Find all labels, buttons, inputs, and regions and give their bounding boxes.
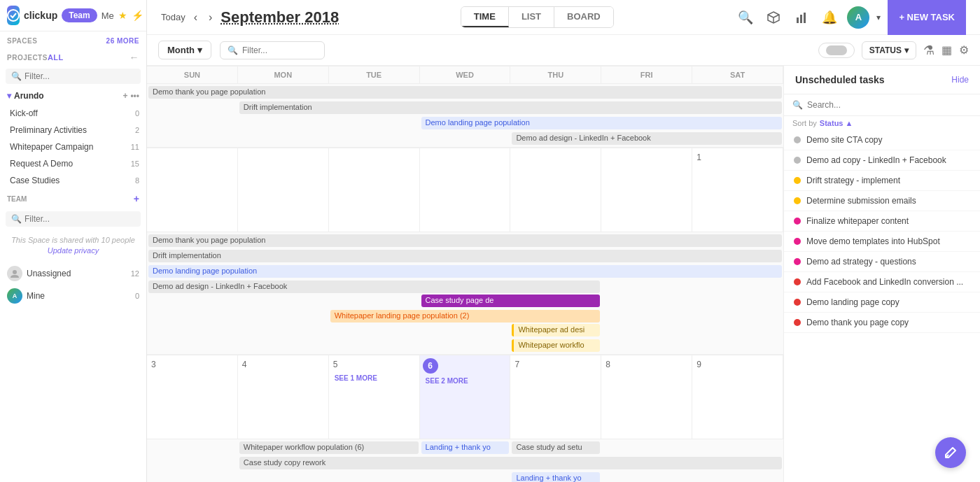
event-drift-impl[interactable]: Drift implementation	[239, 101, 782, 114]
sort-value[interactable]: Status ▲	[820, 119, 853, 127]
day-num-3: 3	[150, 358, 234, 371]
event-demo-landing-pop[interactable]: Demo landing page population	[421, 117, 782, 129]
event-w3-land-ty[interactable]: Landing + thank yo	[421, 441, 510, 454]
task-item-2[interactable]: Drift strategy - implement	[784, 171, 980, 191]
task-item-8[interactable]: Demo landing page copy	[784, 292, 980, 313]
task-item-9[interactable]: Demo thank you page copy	[784, 313, 980, 333]
event-w2-wp-landing[interactable]: Whitepaper landing page population (2)	[330, 310, 601, 322]
star-icon: ★	[118, 10, 127, 21]
spaces-more[interactable]: 26 more	[106, 37, 139, 45]
project-item-whitepaper[interactable]: Whitepaper Campaign 11	[0, 139, 146, 155]
new-task-button[interactable]: + NEW TASK	[888, 0, 966, 35]
project-item-preliminary[interactable]: Preliminary Activities 2	[0, 122, 146, 139]
cal-filter-icon: 🔍	[227, 45, 238, 55]
event-w3-case-ad[interactable]: Case study ad setu	[512, 441, 600, 454]
search-button[interactable]: 🔍	[735, 7, 756, 28]
event-w2-drift[interactable]: Drift implementation	[148, 250, 782, 262]
user-menu-arrow[interactable]: ▾	[876, 13, 881, 22]
task-item-7[interactable]: Add Facebook and LinkedIn conversion ...	[784, 272, 980, 292]
collapse-icon[interactable]: ←	[130, 52, 140, 63]
unscheduled-search: 🔍	[784, 94, 980, 116]
task-item-3[interactable]: Determine submission emails	[784, 191, 980, 211]
user-item-mine[interactable]: A Mine 0	[0, 285, 146, 307]
event-w2-case-study[interactable]: Case study page de	[421, 295, 601, 307]
me-link[interactable]: Me	[102, 10, 114, 21]
project-item-demo[interactable]: Request A Demo 15	[0, 155, 146, 172]
settings-icon[interactable]: ⚙	[959, 43, 969, 57]
task-item-6[interactable]: Demo ad strategy - questions	[784, 252, 980, 272]
task-item-4[interactable]: Finalize whitepaper content	[784, 211, 980, 232]
team-button[interactable]: Team	[62, 8, 97, 22]
cell-sep6: 6 SEE 2 MORE	[420, 355, 511, 439]
cell-sep7: 7	[510, 355, 601, 439]
day-num-6: 6	[423, 358, 438, 374]
task-item-0[interactable]: Demo site CTA copy	[784, 130, 980, 150]
cell-sep1: 1	[692, 148, 783, 232]
logo-icon	[7, 6, 20, 25]
project-item-casestudies[interactable]: Case Studies 8	[0, 172, 146, 189]
task-label-9: Demo thank you page copy	[806, 318, 909, 327]
unscheduled-search-input[interactable]	[807, 100, 972, 110]
week3-span-row3: Landing + thank yo Demo ad setup - Li	[147, 472, 783, 482]
month-label: Month	[167, 45, 195, 55]
tab-time[interactable]: TIME	[461, 7, 509, 27]
task-dot-6	[794, 258, 801, 265]
cal-filter-input[interactable]	[242, 45, 317, 55]
cell-aug30	[510, 148, 601, 232]
task-item-1[interactable]: Demo ad copy - LinkedIn + Facebook	[784, 150, 980, 171]
event-w2-wp-wf[interactable]: Whitepaper workflo	[512, 339, 600, 352]
notification-icon[interactable]: 🔔	[819, 7, 840, 28]
month-selector[interactable]: Month ▾	[158, 41, 211, 59]
task-dot-5	[794, 238, 801, 245]
update-privacy-link[interactable]: Update privacy	[48, 246, 99, 255]
tab-board[interactable]: BOARD	[554, 7, 613, 27]
chart-icon[interactable]	[791, 7, 812, 28]
see2-more[interactable]: SEE 2 MORE	[423, 376, 507, 385]
toggle-control[interactable]	[818, 43, 855, 58]
layout-icon[interactable]: ▦	[941, 43, 952, 57]
user-avatar-header[interactable]: A	[847, 6, 869, 29]
week1-span-row3: Demo landing page population	[147, 116, 783, 130]
event-w2-ad[interactable]: Demo ad design - LinkedIn + Facebook	[148, 281, 600, 293]
task-label-6: Demo ad strategy - questions	[806, 257, 916, 267]
cell-aug26	[147, 148, 238, 232]
add-project-icon[interactable]: +	[122, 91, 127, 101]
tab-list[interactable]: LIST	[509, 7, 554, 27]
today-button[interactable]: Today	[161, 12, 186, 22]
event-w3-wp-wf[interactable]: Whitepaper workflow population (6)	[239, 441, 419, 454]
week2-event-wp-wf: Whitepaper workflo	[510, 339, 601, 353]
see1-more[interactable]: SEE 1 MORE	[332, 374, 416, 383]
projects-label: PROJECTS	[7, 54, 48, 62]
task-item-5[interactable]: Move demo templates into HubSpot	[784, 232, 980, 252]
task-label-5: Move demo templates into HubSpot	[806, 236, 940, 246]
team-filter-input[interactable]	[24, 214, 135, 224]
next-button[interactable]: ›	[206, 10, 215, 25]
task-dot-0	[794, 136, 801, 143]
cube-icon[interactable]	[763, 7, 784, 28]
event-demo-ad-design[interactable]: Demo ad design - LinkedIn + Facebook	[512, 132, 782, 145]
calendar-title: September 2018	[220, 8, 339, 27]
event-w3-copy[interactable]: Case study copy rework	[239, 457, 782, 469]
event-w3-land-ty2[interactable]: Landing + thank yo	[512, 472, 600, 482]
project-item-kickoff[interactable]: Kick-off 0	[0, 105, 146, 122]
more-project-icon[interactable]: •••	[130, 91, 139, 101]
event-w2-demo-land[interactable]: Demo landing page population	[148, 265, 782, 278]
status-dropdown[interactable]: STATUS ▾	[862, 41, 916, 59]
hide-button[interactable]: Hide	[951, 75, 969, 85]
sidebar-header: clickup Team Me ★ ⚡	[0, 0, 146, 31]
event-w2-wp-ad[interactable]: Whitepaper ad desi	[512, 324, 600, 336]
task-label-0: Demo site CTA copy	[806, 135, 882, 145]
all-link[interactable]: All	[48, 53, 64, 62]
projects-filter-input[interactable]	[24, 71, 135, 81]
fab-button[interactable]	[935, 437, 966, 468]
week2-event-wp-land: Whitepaper landing page population (2)	[329, 309, 602, 323]
event-w2-demo-ty[interactable]: Demo thank you page population	[148, 234, 782, 247]
unscheduled-header: Unscheduled tasks Hide	[784, 66, 980, 94]
filter-icon[interactable]: ⚗	[923, 43, 934, 58]
prev-button[interactable]: ‹	[191, 10, 200, 25]
add-team-icon[interactable]: +	[134, 193, 139, 204]
cell-aug27	[238, 148, 329, 232]
project-arundo[interactable]: ▾ Arundo + •••	[0, 87, 146, 105]
event-demo-thankyou-pop[interactable]: Demo thank you page population	[148, 86, 782, 99]
user-item-unassigned[interactable]: Unassigned 12	[0, 262, 146, 285]
